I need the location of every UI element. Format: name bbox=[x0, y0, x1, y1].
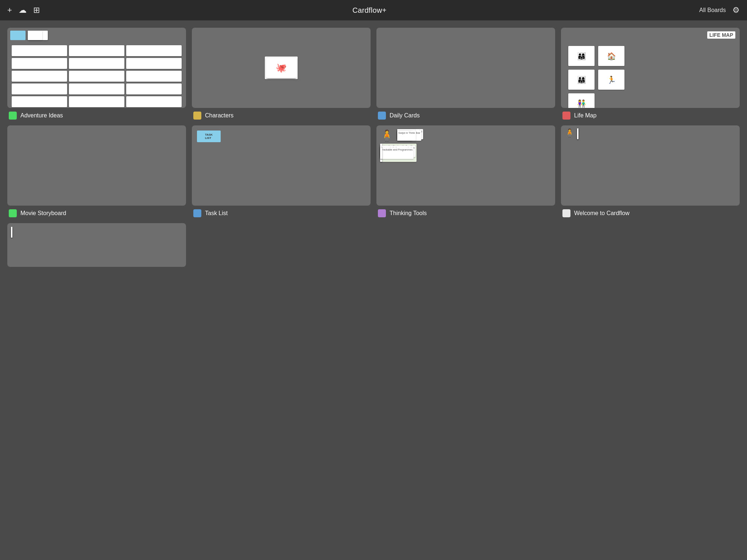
board-thumbnail-daily bbox=[376, 28, 555, 108]
board-item-life-map[interactable]: LIFE MAP 👨‍👩‍👧 🏠 👨‍👩‍👧 🏃 👫 Life Map bbox=[561, 28, 740, 120]
board-thumbnail-adventure bbox=[7, 28, 186, 108]
board-item-characters[interactable]: 🧒 👧 🧔 🐙 Characters bbox=[192, 28, 371, 120]
board-label-row: Daily Cards bbox=[376, 112, 555, 120]
board-item-movie-storyboard[interactable]: Movie Storyboard bbox=[7, 125, 186, 217]
header-left: + ☁ ⊞ bbox=[7, 5, 40, 15]
boards-grid: Adventure Ideas 🧒 👧 🧔 🐙 Characters Daily… bbox=[0, 20, 747, 278]
board-thumbnail-unnamed bbox=[7, 223, 186, 267]
board-label-row: Life Map bbox=[561, 112, 740, 120]
board-color-dot-characters bbox=[193, 112, 201, 120]
board-item-welcome-cardflow[interactable]: 🧍 bbox=[561, 125, 740, 217]
board-name-thinking: Thinking Tools bbox=[390, 210, 427, 217]
board-color-dot-lifemap bbox=[562, 112, 570, 120]
board-color-dot-movie bbox=[9, 209, 17, 217]
board-label-row: Task List bbox=[192, 209, 371, 217]
board-label-row: Movie Storyboard bbox=[7, 209, 186, 217]
board-name-movie: Movie Storyboard bbox=[20, 210, 66, 217]
board-item-thinking-tools[interactable]: 🧍 The Board Pack Navigating the Board Sc… bbox=[376, 125, 555, 217]
settings-gear-icon[interactable]: ⚙ bbox=[732, 5, 740, 15]
board-color-dot-tasklist bbox=[193, 209, 201, 217]
board-item-daily-cards[interactable]: Daily Cards bbox=[376, 28, 555, 120]
board-thumbnail-movie bbox=[7, 125, 186, 206]
header-right: All Boards ⚙ bbox=[699, 5, 740, 15]
board-item-task-list[interactable]: TASKLIST Task List bbox=[192, 125, 371, 217]
cloud-icon[interactable]: ☁ bbox=[19, 5, 27, 15]
board-thumbnail-lifemap: LIFE MAP 👨‍👩‍👧 🏠 👨‍👩‍👧 🏃 👫 bbox=[561, 28, 740, 108]
board-thumbnail-characters: 🧒 👧 🧔 🐙 bbox=[192, 28, 371, 108]
board-name-tasklist: Task List bbox=[205, 210, 228, 217]
board-thumbnail-tasklist: TASKLIST bbox=[192, 125, 371, 206]
board-name-adventure: Adventure Ideas bbox=[20, 112, 63, 119]
board-color-dot-thinking bbox=[378, 209, 386, 217]
board-label-row: Welcome to Cardflow bbox=[561, 209, 740, 217]
board-label-row: Thinking Tools bbox=[376, 209, 555, 217]
board-name-welcome: Welcome to Cardflow bbox=[574, 210, 630, 217]
board-label-row: Adventure Ideas bbox=[7, 112, 186, 120]
board-thumbnail-welcome: 🧍 bbox=[561, 125, 740, 206]
board-label-row: Characters bbox=[192, 112, 371, 120]
app-title: Cardflow+ bbox=[352, 6, 386, 15]
board-name-daily: Daily Cards bbox=[390, 112, 420, 119]
all-boards-label[interactable]: All Boards bbox=[699, 7, 726, 13]
app-header: + ☁ ⊞ Cardflow+ All Boards ⚙ bbox=[0, 0, 747, 20]
board-item-adventure-ideas[interactable]: Adventure Ideas bbox=[7, 28, 186, 120]
board-color-dot-adventure bbox=[9, 112, 17, 120]
sidebar-icon[interactable]: ⊞ bbox=[33, 5, 40, 15]
board-item-unnamed[interactable] bbox=[7, 223, 186, 271]
lifemap-logo: LIFE MAP bbox=[707, 31, 735, 39]
board-name-characters: Characters bbox=[205, 112, 233, 119]
board-thumbnail-thinking: 🧍 The Board Pack Navigating the Board Sc… bbox=[376, 125, 555, 206]
add-button[interactable]: + bbox=[7, 5, 12, 15]
board-color-dot-welcome bbox=[562, 209, 570, 217]
board-color-dot-daily bbox=[378, 112, 386, 120]
board-name-lifemap: Life Map bbox=[574, 112, 596, 119]
